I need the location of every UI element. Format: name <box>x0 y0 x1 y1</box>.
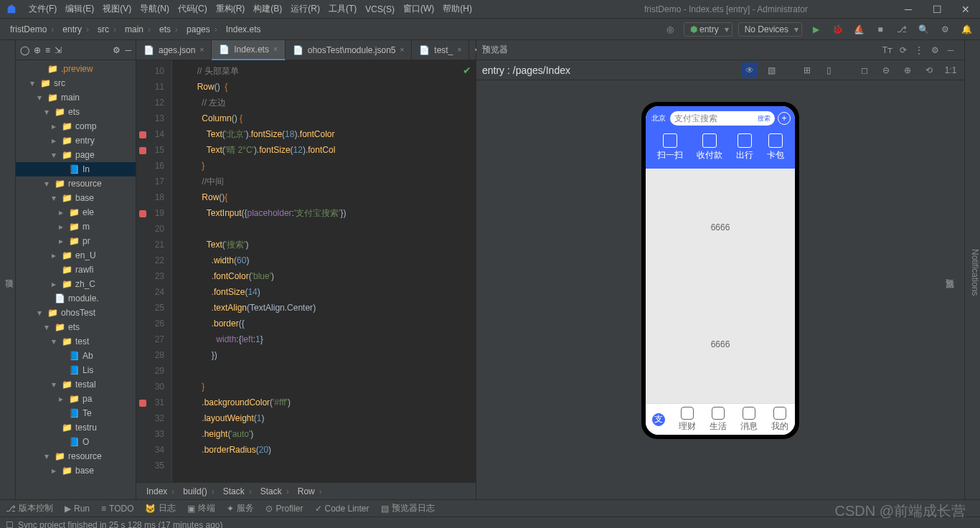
terminal-tab[interactable]: ▣ 终端 <box>187 502 215 514</box>
preview-log-tab[interactable]: ▤ 预览器日志 <box>381 502 435 514</box>
app-nav-item[interactable]: 我的 <box>771 407 788 433</box>
menu-nav[interactable]: 导航(N) <box>137 1 172 16</box>
run-tab[interactable]: ▶ Run <box>65 504 90 514</box>
project-tree[interactable]: 📁.preview▾📁src▾📁main▾📁ets▸📁comp▸📁entry▾📁… <box>16 60 136 499</box>
ed-crumb-item[interactable]: Index <box>142 485 179 498</box>
gear-icon[interactable]: ⚙ <box>927 42 943 58</box>
tree-node[interactable]: ▾📁resource <box>16 176 136 191</box>
menu-run[interactable]: 运行(R) <box>288 1 323 16</box>
app-nav-item[interactable]: 理财 <box>679 407 696 433</box>
vcs-tab[interactable]: ⎇ 版本控制 <box>6 502 53 514</box>
search-icon[interactable]: 🔍 <box>915 22 931 37</box>
profiler-tab[interactable]: ⊙ Profiler <box>265 504 303 514</box>
editor-tab[interactable]: 📄test_× <box>412 40 469 60</box>
editor-tab[interactable]: 📄Index.ets× <box>212 40 286 60</box>
ed-crumb-item[interactable]: Stack <box>219 485 256 498</box>
todo-tab[interactable]: ≡ TODO <box>101 504 133 514</box>
inspect-icon[interactable]: 👁 <box>742 62 758 78</box>
tree-node[interactable]: ▾📁ohosTest <box>16 306 136 320</box>
tree-node[interactable]: 📘Lis <box>16 363 136 377</box>
hide-icon[interactable]: ─ <box>125 45 131 55</box>
breadcrumb-item[interactable]: ets <box>155 23 182 36</box>
ed-crumb-item[interactable]: Row <box>293 485 326 498</box>
run-config-dropdown[interactable]: ⬢ entry <box>684 22 732 37</box>
app-action[interactable]: 收付款 <box>697 133 722 161</box>
editor-breadcrumb[interactable]: Indexbuild()StackStackRow <box>136 482 476 499</box>
menu-window[interactable]: 窗口(W) <box>400 1 437 16</box>
tab-project[interactable]: 项目 <box>3 46 15 499</box>
breadcrumb-item[interactable]: Index.ets <box>222 23 265 36</box>
tree-node[interactable]: ▸📁base <box>16 463 136 478</box>
tree-node[interactable]: ▸📁zh_C <box>16 277 136 291</box>
run-icon[interactable]: ▶ <box>808 22 824 37</box>
tree-node[interactable]: ▸📁pr <box>16 234 136 248</box>
menu-file[interactable]: 文件(F) <box>26 1 60 16</box>
analysis-ok-icon[interactable]: ✔ <box>463 65 471 76</box>
app-search-input[interactable]: 支付宝搜索搜索 <box>670 111 775 126</box>
single-icon[interactable]: ▯ <box>821 62 837 78</box>
log-tab[interactable]: 🐱 日志 <box>145 502 176 514</box>
breadcrumb-item[interactable]: entry <box>58 23 93 36</box>
tree-node[interactable]: 📘Te <box>16 406 136 420</box>
code-content[interactable]: // 头部菜单 Row() { // 左边 Column() { Text('北… <box>172 60 476 482</box>
menu-help[interactable]: 帮助(H) <box>440 1 475 16</box>
tree-node[interactable]: ▾📁ets <box>16 320 136 334</box>
target-icon[interactable]: ◎ <box>662 22 678 37</box>
tree-node[interactable]: ▸📁entry <box>16 133 136 148</box>
tab-notifications[interactable]: Notifications <box>970 249 980 296</box>
app-action[interactable]: 扫一扫 <box>657 133 683 161</box>
breadcrumb-item[interactable]: fristDemo <box>6 23 58 36</box>
menu-code[interactable]: 代码(C) <box>175 1 210 16</box>
tree-node[interactable]: ▾📁ets <box>16 105 136 119</box>
app-city[interactable]: 北京 <box>650 113 667 123</box>
tree-node[interactable]: ▾📁src <box>16 76 136 90</box>
menu-view[interactable]: 视图(V) <box>100 1 134 16</box>
layers-icon[interactable]: ▧ <box>763 62 779 78</box>
git-icon[interactable]: ⎇ <box>894 22 910 37</box>
tree-node[interactable]: ▸📁ele <box>16 205 136 220</box>
locate-icon[interactable]: ◯ <box>20 45 29 55</box>
more-icon[interactable]: ⋮ <box>911 42 927 58</box>
debug-icon[interactable]: 🐞 <box>829 22 845 37</box>
settings-icon[interactable]: ⚙ <box>937 22 953 37</box>
menu-build[interactable]: 构建(B) <box>250 1 285 16</box>
minimize-button[interactable]: ─ <box>894 0 923 19</box>
minimize-panel-icon[interactable]: ─ <box>943 42 958 58</box>
ed-crumb-item[interactable]: build() <box>179 485 218 498</box>
editor-tab[interactable]: 📄ages.json× <box>136 40 212 60</box>
tree-node[interactable]: ▾📁main <box>16 90 136 105</box>
scale-icon[interactable]: 1:1 <box>943 62 958 78</box>
expand-icon[interactable]: ⊕ <box>34 45 41 55</box>
services-tab[interactable]: ✦ 服务 <box>227 502 254 514</box>
app-nav-item[interactable]: 生活 <box>710 407 727 433</box>
zoomin-icon[interactable]: ⊕ <box>900 62 915 78</box>
options-icon[interactable]: ⚙ <box>113 45 121 55</box>
breadcrumb-item[interactable]: src <box>93 23 121 36</box>
crop-icon[interactable]: ◻ <box>857 62 872 78</box>
tree-node[interactable]: ▾📁page <box>16 148 136 162</box>
rotate-icon[interactable]: ⟲ <box>921 62 937 78</box>
coverage-icon[interactable]: ⛵ <box>851 22 867 37</box>
linter-tab[interactable]: ✓ Code Linter <box>315 504 369 514</box>
device-dropdown[interactable]: No Devices <box>738 22 802 37</box>
refresh-icon[interactable]: ⟳ <box>895 42 911 58</box>
app-add-button[interactable]: + <box>778 112 791 125</box>
tree-node[interactable]: 📘O <box>16 435 136 449</box>
tree-node[interactable]: ▾📁testal <box>16 377 136 392</box>
tree-node[interactable]: 📁.preview <box>16 62 136 76</box>
tree-node[interactable]: ▸📁en_U <box>16 248 136 263</box>
tree-node[interactable]: ▸📁comp <box>16 119 136 133</box>
breadcrumb-item[interactable]: main <box>121 23 155 36</box>
maximize-button[interactable]: ☐ <box>923 0 951 19</box>
tree-node[interactable]: ▸📁pa <box>16 392 136 406</box>
tree-node[interactable]: ▾📁resource <box>16 449 136 463</box>
breadcrumb-item[interactable]: pages <box>182 23 222 36</box>
text-tool-icon[interactable]: Tᴛ <box>880 42 895 58</box>
editor-tab[interactable]: 📄ohosTest\module.json5× <box>286 40 413 60</box>
menu-tools[interactable]: 工具(T) <box>326 1 359 16</box>
tree-node[interactable]: 📁rawfi <box>16 263 136 277</box>
app-nav-item[interactable]: 支 <box>652 413 665 426</box>
select-icon[interactable]: ⇲ <box>55 45 62 55</box>
tree-node[interactable]: ▸📁m <box>16 220 136 234</box>
tree-node[interactable]: ▾📁test <box>16 334 136 349</box>
